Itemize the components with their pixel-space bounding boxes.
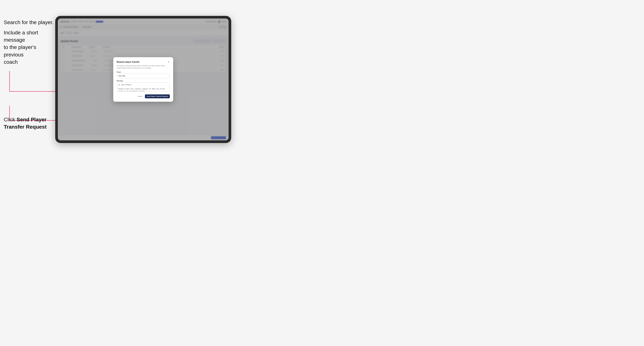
cancel-button[interactable]: Cancel [136, 95, 144, 98]
annotation-message: Include a short messageto the player's p… [4, 29, 52, 66]
message-textarea[interactable]: Hi Coach McHarg, Please accept this tran… [117, 82, 170, 91]
annotation-click: Click Send PlayerTransfer Request [4, 116, 49, 131]
modal-description: If the player is transferring from anoth… [117, 65, 170, 69]
modal-overlay: Request player transfer × If the player … [58, 18, 228, 140]
modal-header: Request player transfer × [117, 61, 170, 63]
modal-close-button[interactable]: × [168, 61, 170, 63]
modal-title: Request player transfer [117, 61, 140, 63]
annotation-click-prefix: Click [4, 117, 16, 122]
send-transfer-request-button[interactable]: Send Player Transfer Request [145, 94, 170, 98]
arrow-line-1 [9, 71, 10, 92]
tablet-screen: › Update Roster [58, 18, 228, 140]
transfer-modal: Request player transfer × If the player … [113, 57, 173, 102]
player-input[interactable] [117, 74, 170, 78]
player-field-label: Player [117, 71, 170, 73]
modal-actions: Cancel Send Player Transfer Request [117, 94, 170, 98]
message-field-label: Message [117, 80, 170, 82]
annotation-search: Search for the player. [4, 19, 54, 26]
tablet-device: › Update Roster [55, 16, 231, 143]
